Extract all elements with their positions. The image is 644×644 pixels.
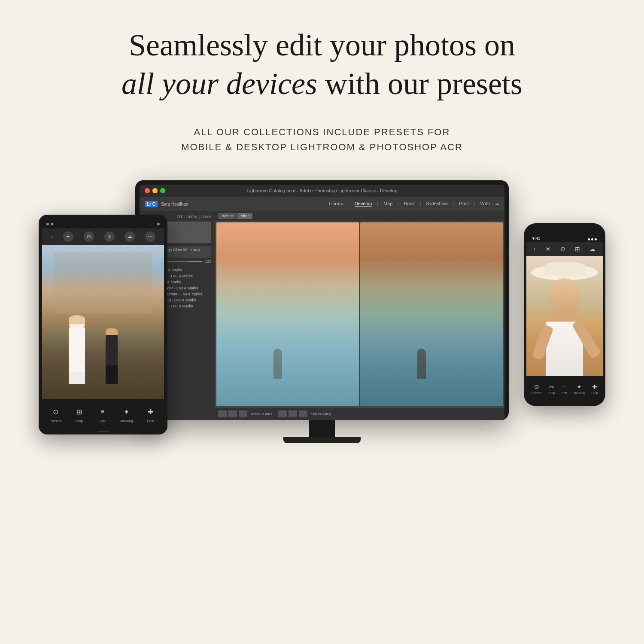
traffic-lights — [145, 188, 165, 193]
ipad-bottom-toolbar: ⊙ Presets ⊞ Crop ≡ Edit ✦ Masking — [42, 399, 164, 429]
iphone-heal-icon: ✚ — [592, 383, 597, 391]
heading-italic: all your devices — [122, 67, 317, 101]
iphone-presets-icon: ⊙ — [534, 383, 539, 391]
lr-nav-btn-3[interactable] — [299, 410, 307, 417]
lr-nav-btn-1[interactable] — [278, 410, 287, 417]
ipad-edit-label: Edit — [100, 419, 106, 423]
iphone-edit-icon: ≡ — [562, 384, 566, 391]
sub-heading: ALL OUR COLLECTIONS INCLUDE PRESETS FOR … — [181, 125, 463, 155]
iphone-screen: 9:41 ‹ ☀ ⊙ ⊞ ☁ — [526, 228, 603, 402]
heading-regular: with our presets — [317, 67, 522, 101]
battery-icon — [157, 223, 160, 225]
lr-module-web[interactable]: Web — [480, 201, 490, 207]
lr-photo-after — [360, 222, 503, 406]
lr-nav-btn-2[interactable] — [289, 410, 297, 417]
iphone-photo — [526, 256, 603, 376]
iphone-masking-icon: ✦ — [577, 383, 582, 391]
iphone-back-icon[interactable]: ‹ — [534, 246, 536, 252]
ipad-toolbar: ‹ ☀ ⊙ ⊞ ☁ ⋯ — [42, 228, 164, 245]
lr-module-library[interactable]: Library — [329, 201, 343, 207]
lr-bottom-bar: Before & After... Soft Proofing — [215, 408, 504, 420]
ipad-tool-edit[interactable]: ≡ Edit — [97, 406, 109, 423]
wifi-icon — [51, 223, 53, 225]
iphone-crop-icon: ✂ — [549, 383, 554, 391]
iphone-woman — [534, 262, 595, 376]
iphone-tool-edit[interactable]: ≡ Edit — [562, 384, 567, 395]
ipad-sun-icon[interactable]: ☀ — [63, 231, 73, 242]
signal-icon — [46, 223, 49, 225]
ipad-grid-icon[interactable]: ⊞ — [104, 231, 115, 242]
iphone-sun-icon[interactable]: ☀ — [545, 246, 551, 253]
iphone-tool-heal[interactable]: ✚ Heal — [592, 383, 598, 395]
desktop-monitor: Lightroom Catalog.lrcat - Adobe Photosho… — [135, 180, 509, 443]
lr-module-print[interactable]: Print — [459, 201, 469, 207]
lr-username: Sara Houlihan — [161, 202, 188, 207]
photo-shadow — [42, 307, 164, 399]
edit-icon: ≡ — [97, 406, 109, 418]
lr-module-slideshow[interactable]: Slideshow — [426, 201, 448, 207]
lr-module-map[interactable]: Map — [383, 201, 392, 207]
heal-icon: ✚ — [145, 406, 157, 418]
iphone-crop-label: Crop — [548, 392, 555, 395]
iphone-cloud-icon[interactable]: ☁ — [589, 246, 595, 253]
iphone-signal-icon — [588, 238, 590, 240]
iphone-tool-presets[interactable]: ⊙ Presets — [532, 383, 542, 395]
lr-view-btn-1[interactable] — [218, 410, 227, 417]
monitor-titlebar: Lightroom Catalog.lrcat - Adobe Photosho… — [140, 185, 504, 197]
lr-after-button[interactable]: After — [237, 213, 252, 219]
ipad-heal-label: Heal — [147, 419, 154, 423]
monitor-stand-neck — [309, 420, 335, 437]
lr-before-after-bar: Before After — [215, 211, 504, 221]
lr-photos-area — [215, 221, 504, 408]
iphone-heal-label: Heal — [592, 392, 598, 395]
iphone-status-icons — [588, 238, 597, 240]
ipad-crop-label: Crop — [76, 419, 83, 423]
minimize-button-icon[interactable] — [152, 188, 158, 193]
crop-icon: ⊞ — [73, 406, 85, 418]
ipad-tool-crop[interactable]: ⊞ Crop — [73, 406, 85, 423]
subheading-line2: MOBILE & DESKTOP LIGHTROOM & PHOTOSHOP A… — [181, 140, 463, 155]
iphone-grid-icon[interactable]: ⊞ — [575, 246, 580, 253]
iphone-tool-masking[interactable]: ✦ Masking — [574, 383, 585, 395]
maximize-button-icon[interactable] — [160, 188, 165, 193]
iphone-tool-crop[interactable]: ✂ Crop — [548, 383, 555, 395]
figure-after — [417, 349, 426, 379]
iphone-time: 9:41 — [532, 236, 540, 240]
main-heading: Seamlessly edit your photos on all your … — [122, 26, 522, 103]
lr-cloud-icon: ☁ — [495, 201, 499, 207]
heading-line1: Seamlessly edit your photos on — [129, 28, 515, 62]
lr-logo: Lr C — [145, 201, 158, 207]
ipad-cloud-icon[interactable]: ☁ — [125, 231, 135, 242]
ipad: ‹ ☀ ⊙ ⊞ ☁ ⋯ — [39, 215, 167, 434]
iphone-toolbar: ‹ ☀ ⊙ ⊞ ☁ — [526, 242, 603, 256]
ipad-status-left — [46, 223, 53, 225]
ipad-more-icon[interactable]: ⋯ — [145, 231, 155, 242]
iphone: 9:41 ‹ ☀ ⊙ ⊞ ☁ — [524, 223, 605, 406]
iphone-presets-label: Presets — [532, 392, 542, 395]
lr-content: Before After — [215, 211, 504, 420]
monitor-stand-base — [283, 437, 361, 443]
ipad-presets-label: Presets — [50, 419, 61, 423]
iphone-circle-icon[interactable]: ⊙ — [560, 246, 565, 253]
iphone-wifi-icon — [591, 238, 593, 240]
ipad-home-button[interactable] — [97, 431, 109, 432]
ipad-tool-presets[interactable]: ⊙ Presets — [49, 406, 61, 423]
ipad-tool-heal[interactable]: ✚ Heal — [145, 406, 157, 423]
lr-view-btn-3[interactable] — [239, 410, 247, 417]
lr-topbar: Lr C Sara Houlihan Library | Develop | M… — [140, 197, 504, 211]
bride-figure — [69, 315, 85, 384]
iphone-masking-label: Masking — [574, 392, 585, 395]
presets-icon: ⊙ — [49, 406, 61, 418]
iphone-battery-icon — [595, 238, 597, 240]
lr-module-develop[interactable]: Develop — [355, 201, 372, 207]
lr-module-book[interactable]: Book — [404, 201, 415, 207]
ipad-statusbar — [42, 220, 164, 228]
groom-figure — [106, 328, 118, 384]
lr-view-btn-2[interactable] — [228, 410, 237, 417]
ipad-tool-masking[interactable]: ✦ Masking — [120, 406, 133, 423]
ipad-back-button[interactable]: ‹ — [51, 233, 53, 240]
lr-before-button[interactable]: Before — [218, 213, 237, 219]
masking-icon: ✦ — [121, 406, 133, 418]
ipad-circle-icon[interactable]: ⊙ — [84, 231, 94, 242]
close-button-icon[interactable] — [145, 188, 150, 193]
